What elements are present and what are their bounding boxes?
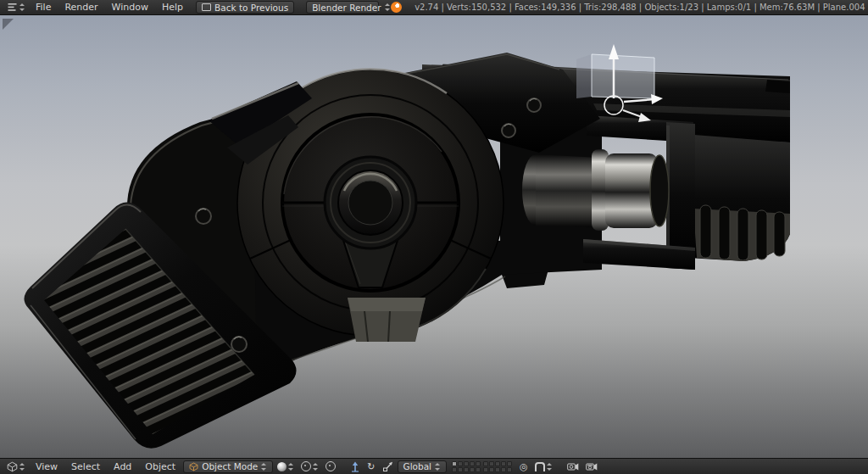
layer-cell[interactable]: [470, 461, 475, 466]
render-engine-dropdown[interactable]: Blender Render: [306, 1, 379, 14]
interaction-mode-dropdown[interactable]: Object Mode: [183, 460, 273, 473]
opengl-render-animation-icon: [586, 462, 598, 471]
rotate-manipulator-toggle[interactable]: ↻: [364, 460, 377, 473]
layer-cell[interactable]: [507, 467, 512, 472]
3d-viewport[interactable]: [0, 15, 868, 458]
dropdown-chevrons-icon: [288, 463, 294, 471]
dropdown-chevrons-icon: [313, 463, 319, 471]
proportional-edit-icon: ◎: [520, 462, 528, 471]
opengl-render-animation-button[interactable]: [583, 460, 600, 473]
scale-manipulator-toggle[interactable]: [380, 460, 396, 473]
dropdown-chevrons-icon: [19, 3, 25, 11]
menu-view[interactable]: View: [30, 462, 64, 471]
pivot-center-icon: [301, 461, 311, 471]
layer-cell[interactable]: [458, 461, 463, 466]
manipulate-center-points-toggle[interactable]: [323, 460, 338, 473]
menu-render[interactable]: Render: [58, 3, 103, 12]
gun-barrel: [522, 149, 669, 231]
3d-viewport-editor-icon: [7, 461, 18, 472]
screen-back-icon: [202, 3, 211, 11]
layer-cell[interactable]: [495, 461, 500, 466]
pivot-point-dropdown[interactable]: [298, 460, 321, 473]
layer-cell[interactable]: [501, 461, 506, 466]
center-points-icon: [326, 461, 336, 471]
viewport-shading-sphere-icon: [277, 462, 287, 471]
blender-window: File Render Window Help Back to Previous…: [0, 0, 868, 474]
opengl-render-icon: [567, 462, 579, 471]
rotate-manipulator-icon: ↻: [367, 462, 375, 471]
layer-cell[interactable]: [464, 461, 469, 466]
layer-cell[interactable]: [458, 467, 463, 472]
dropdown-chevrons-icon: [435, 463, 441, 471]
proportional-edit-dropdown[interactable]: ◎: [517, 460, 531, 473]
back-to-previous-label: Back to Previous: [214, 3, 288, 13]
area-corner-widget[interactable]: [3, 19, 14, 30]
menu-select[interactable]: Select: [65, 462, 106, 471]
gun-model[interactable]: [24, 53, 790, 449]
layers-group-right: [483, 461, 512, 472]
translate-manipulator-icon: [350, 461, 360, 472]
layer-cell[interactable]: [489, 467, 494, 472]
layer-cell[interactable]: [452, 461, 457, 466]
layers-widget: [452, 461, 512, 472]
layer-cell[interactable]: [507, 461, 512, 466]
layer-cell[interactable]: [476, 467, 481, 472]
info-editor-icon: [7, 2, 18, 13]
transform-orientation-label: Global: [403, 461, 432, 471]
viewport-3d-scene[interactable]: [0, 15, 868, 458]
editor-type-selector-info[interactable]: [4, 1, 28, 14]
translate-manipulator-toggle[interactable]: [348, 460, 363, 473]
info-header-bar: File Render Window Help Back to Previous…: [0, 0, 868, 15]
layer-cell[interactable]: [470, 467, 475, 472]
dropdown-chevrons-icon: [547, 463, 553, 471]
transform-orientation-dropdown[interactable]: Global: [398, 460, 448, 473]
layer-cell[interactable]: [483, 461, 488, 466]
menu-file[interactable]: File: [30, 3, 57, 12]
snap-toggle[interactable]: [532, 460, 555, 473]
dropdown-chevrons-icon: [261, 463, 267, 471]
layers-group-left: [452, 461, 481, 472]
layer-cell[interactable]: [476, 461, 481, 466]
menu-add[interactable]: Add: [108, 462, 137, 471]
snap-magnet-icon: [535, 462, 545, 471]
layer-cell[interactable]: [452, 467, 457, 472]
back-to-previous-button[interactable]: Back to Previous: [196, 1, 294, 14]
dropdown-chevrons-icon: [19, 463, 25, 471]
status-stats: v2.74 | Verts:150,532 | Faces:149,336 | …: [415, 3, 865, 12]
layer-cell[interactable]: [464, 467, 469, 472]
menu-help[interactable]: Help: [156, 3, 189, 12]
viewport-header-bar: View Select Add Object Object Mode: [0, 458, 868, 474]
interaction-mode-label: Object Mode: [202, 461, 258, 471]
viewport-shading-dropdown[interactable]: [275, 460, 297, 473]
layer-cell[interactable]: [501, 467, 506, 472]
object-mode-icon: [189, 462, 198, 471]
menu-object[interactable]: Object: [139, 462, 181, 471]
layer-cell[interactable]: [489, 461, 494, 466]
blender-logo-icon: [391, 2, 402, 13]
menu-window[interactable]: Window: [106, 3, 154, 12]
render-engine-label: Blender Render: [312, 3, 381, 13]
opengl-render-button[interactable]: [565, 460, 581, 473]
scale-manipulator-icon: [382, 461, 393, 472]
layer-cell[interactable]: [495, 467, 500, 472]
editor-type-selector-3dview[interactable]: [4, 460, 28, 473]
layer-cell[interactable]: [483, 467, 488, 472]
